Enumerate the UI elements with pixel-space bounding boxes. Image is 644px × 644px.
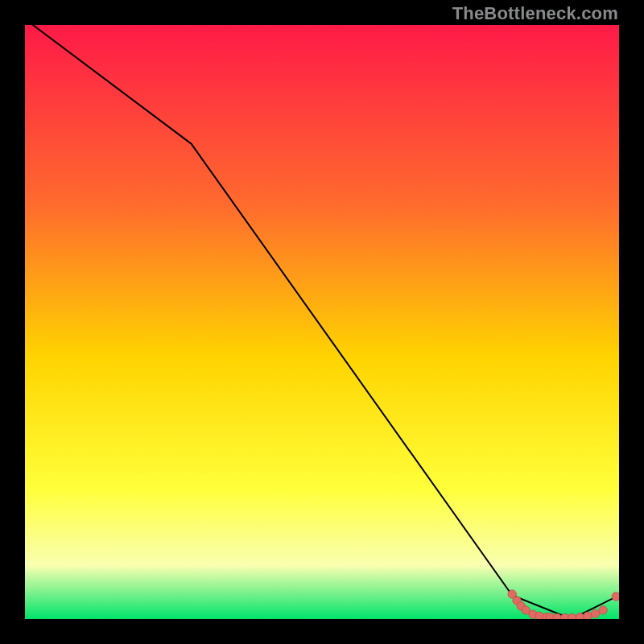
data-point: [591, 609, 599, 617]
plot-area: [25, 25, 619, 619]
data-point: [576, 613, 584, 619]
gradient-background: [25, 25, 619, 619]
data-point: [584, 612, 592, 619]
data-point: [553, 613, 561, 619]
data-point: [568, 613, 576, 619]
watermark-text: TheBottleneck.com: [452, 3, 618, 24]
data-point: [612, 592, 619, 601]
chart-stage: TheBottleneck.com: [0, 0, 644, 644]
chart-canvas: [25, 25, 619, 619]
data-point: [599, 606, 607, 614]
